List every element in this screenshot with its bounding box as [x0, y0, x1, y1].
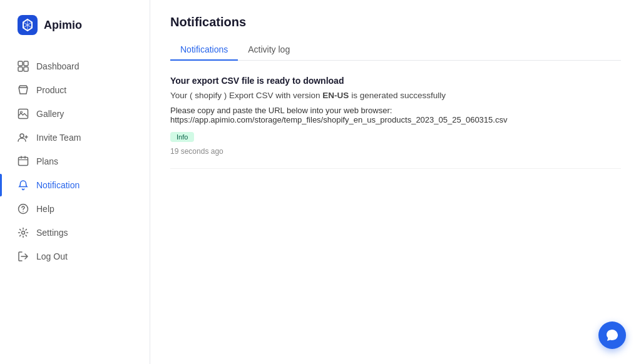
sidebar: Apimio Dashboard Product Gallery — [0, 0, 150, 364]
page-header: Notifications Notifications Activity log — [150, 0, 641, 61]
sidebar-item-settings-label: Settings — [36, 228, 68, 238]
app-logo-icon — [18, 15, 38, 35]
sidebar-item-plans-label: Plans — [36, 156, 58, 166]
nav-menu: Dashboard Product Gallery Invite Team — [0, 55, 150, 268]
sidebar-item-gallery-label: Gallery — [36, 109, 64, 119]
sidebar-item-logout-label: Log Out — [36, 251, 68, 261]
dashboard-icon — [18, 61, 29, 72]
sidebar-item-invite-team[interactable]: Invite Team — [8, 126, 142, 149]
notification-item: Your export CSV file is ready to downloa… — [170, 76, 621, 169]
product-icon — [18, 84, 29, 96]
svg-point-11 — [22, 231, 25, 235]
svg-rect-4 — [24, 67, 28, 71]
notif-desc-bold: EN-US — [322, 91, 349, 100]
notification-url-label: Please copy and paste the URL below into… — [170, 106, 621, 124]
svg-rect-1 — [18, 61, 23, 66]
tab-activity-log[interactable]: Activity log — [238, 39, 300, 61]
sidebar-item-product-label: Product — [36, 85, 66, 95]
notification-title: Your export CSV file is ready to downloa… — [170, 76, 621, 86]
chat-support-button[interactable] — [598, 321, 626, 349]
notifications-list: Your export CSV file is ready to downloa… — [150, 61, 641, 364]
logout-icon — [18, 251, 29, 262]
invite-icon — [18, 132, 29, 143]
svg-rect-3 — [18, 67, 23, 71]
svg-rect-2 — [24, 61, 28, 66]
sidebar-item-plans[interactable]: Plans — [8, 150, 142, 173]
svg-point-10 — [23, 211, 24, 212]
tabs: Notifications Activity log — [170, 39, 621, 61]
chat-icon — [605, 328, 619, 342]
notif-desc-prefix: Your ( shopify ) Export CSV with version — [170, 91, 322, 100]
sidebar-item-notification-label: Notification — [36, 180, 79, 190]
notif-desc-suffix: is generated successfully — [349, 91, 446, 100]
notification-icon — [18, 179, 29, 191]
svg-rect-8 — [19, 158, 28, 166]
sidebar-item-settings[interactable]: Settings — [8, 221, 142, 244]
sidebar-item-product[interactable]: Product — [8, 79, 142, 101]
notification-url: https://app.apimio.com/storage/temp_file… — [170, 115, 507, 124]
gallery-icon — [18, 108, 29, 119]
sidebar-item-dashboard-label: Dashboard — [36, 61, 79, 71]
settings-icon — [18, 227, 29, 238]
help-icon — [18, 203, 29, 215]
sidebar-item-logout[interactable]: Log Out — [8, 245, 142, 268]
main-content: Notifications Notifications Activity log… — [150, 0, 641, 364]
notification-description: Your ( shopify ) Export CSV with version… — [170, 89, 621, 102]
sidebar-item-notification[interactable]: Notification — [8, 174, 142, 196]
logo-area: Apimio — [0, 0, 150, 55]
sidebar-item-help-label: Help — [36, 204, 54, 214]
page-title: Notifications — [170, 15, 621, 29]
info-badge: Info — [170, 132, 194, 142]
plans-icon — [18, 156, 29, 167]
app-name: Apimio — [44, 19, 82, 32]
sidebar-item-help[interactable]: Help — [8, 198, 142, 220]
sidebar-item-gallery[interactable]: Gallery — [8, 103, 142, 125]
sidebar-item-dashboard[interactable]: Dashboard — [8, 55, 142, 78]
svg-point-7 — [20, 134, 24, 138]
notification-time: 19 seconds ago — [170, 147, 621, 156]
svg-point-6 — [21, 111, 23, 113]
sidebar-item-invite-label: Invite Team — [36, 133, 81, 143]
tab-notifications[interactable]: Notifications — [170, 39, 238, 61]
